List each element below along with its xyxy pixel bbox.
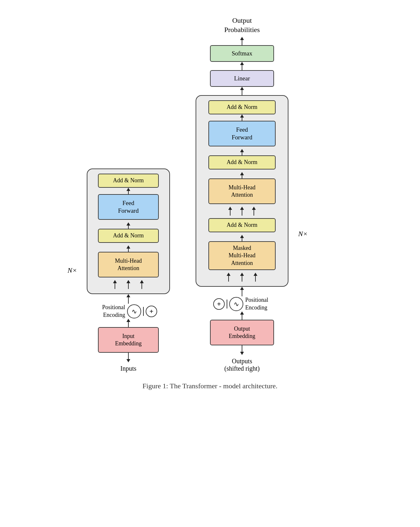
decoder-sine-icon: ∿ — [234, 300, 239, 308]
decoder-top-section: Output Probabilities Softmax Linear — [210, 16, 274, 95]
decoder-add-norm-bottom: Add & Norm — [208, 218, 276, 232]
encoder-plus-circle: + — [146, 306, 157, 317]
output-embedding-box: Output Embedding — [210, 320, 274, 345]
dec-arrow-2 — [240, 149, 244, 155]
enc-arrow-to-emb — [126, 319, 130, 327]
dec-arrow-pos-enc — [240, 287, 244, 296]
decoder-add-norm-mid: Add & Norm — [208, 155, 276, 169]
encoder-multi-head-attention: Multi-Head Attention — [98, 252, 159, 277]
dec-bot-arr-right — [254, 273, 257, 282]
dec-arrow-3 — [240, 172, 244, 178]
dec-bot-arr-left — [227, 273, 230, 282]
encoder-add-norm-top: Add & Norm — [98, 174, 159, 188]
arrow-softmax-linear — [240, 62, 244, 70]
softmax-box: Softmax — [210, 45, 274, 62]
encoder-three-arrows — [113, 280, 144, 289]
encoder-nx-label: N× — [68, 266, 77, 275]
dec-h-line — [227, 300, 227, 309]
decoder-add-norm-top: Add & Norm — [208, 100, 276, 114]
decoder-pos-enc-row: + ∿ Positional Encoding — [213, 296, 271, 311]
decoder-column: N× Add & Norm Feed Forward — [192, 95, 292, 372]
enc-arrow-2 — [126, 222, 130, 229]
dec-cross-arr-mid — [240, 207, 244, 216]
decoder-plus-icon: + — [217, 300, 221, 308]
enc-arrow-pos-enc — [126, 294, 130, 304]
encoder-sine-icon: ∿ — [132, 308, 137, 315]
inputs-label: Inputs — [120, 365, 136, 372]
diagram-area: Output Probabilities Softmax Linear — [66, 16, 354, 390]
page-container: Output Probabilities Softmax Linear — [53, 6, 367, 403]
decoder-cross-attention: Multi-Head Attention — [208, 178, 276, 204]
dec-cross-arr-left — [228, 207, 232, 216]
main-columns: N× Add & Norm Feed Forward — [66, 95, 354, 372]
encoder-feed-forward: Feed Forward — [98, 194, 159, 220]
dec-arrow-1 — [240, 114, 244, 121]
decoder-bottom-arrows — [227, 273, 257, 282]
dec-arrow-to-emb — [240, 311, 244, 320]
decoder-plus-circle: + — [213, 298, 225, 310]
enc-arrow-1 — [126, 188, 130, 194]
figure-caption: Figure 1: The Transformer - model archit… — [142, 382, 278, 390]
enc-arr-right — [140, 280, 144, 289]
enc-arr-mid — [126, 280, 130, 289]
outputs-label: Outputs (shifted right) — [224, 358, 260, 372]
encoder-sine-circle: ∿ — [127, 304, 141, 318]
decoder-nx-label: N× — [298, 230, 308, 238]
encoder-add-norm-bottom: Add & Norm — [98, 229, 159, 243]
enc-arr-left — [113, 280, 117, 289]
linear-box: Linear — [210, 70, 274, 87]
enc-arrow-inputs — [126, 353, 130, 362]
dec-arrow-4 — [240, 235, 244, 241]
encoder-plus-icon: + — [149, 307, 154, 316]
arrow-linear-decoder — [240, 87, 244, 95]
dec-bot-arr-mid — [240, 273, 244, 282]
enc-arrow-3 — [126, 245, 130, 252]
input-embedding-box: Input Embedding — [98, 327, 159, 353]
encoder-pos-enc-row: Positional Encoding ∿ + — [100, 304, 157, 319]
decoder-feed-forward: Feed Forward — [208, 121, 276, 146]
arrow-to-output-probs — [240, 37, 244, 45]
dec-arrow-outputs — [240, 345, 244, 355]
decoder-masked-attention: Masked Multi-Head Attention — [208, 241, 276, 270]
encoder-column: N× Add & Norm Feed Forward — [84, 169, 173, 372]
decoder-container: Add & Norm Feed Forward — [196, 95, 288, 287]
decoder-cross-arrows — [228, 207, 256, 216]
enc-h-line — [143, 307, 144, 316]
dec-cross-arr-right — [252, 207, 256, 216]
encoder-pos-enc-label: Positional Encoding — [100, 304, 125, 319]
encoder-container: Add & Norm Feed Forward — [87, 169, 170, 294]
output-probabilities-label: Output Probabilities — [224, 16, 260, 34]
decoder-pos-enc-label: Positional Encoding — [245, 296, 271, 311]
decoder-sine-circle: ∿ — [229, 297, 243, 311]
